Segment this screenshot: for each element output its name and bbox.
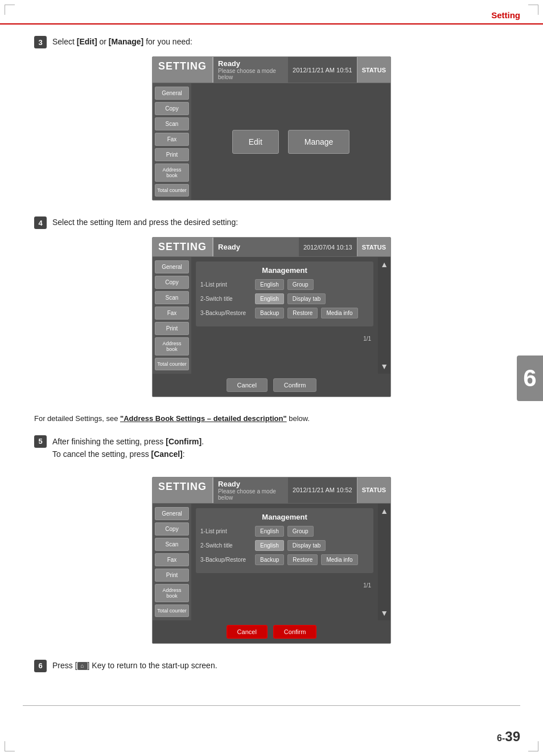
screen3-sidebar-totalcounter[interactable]: Total counter bbox=[155, 604, 189, 617]
screen3-bottom-btns: Cancel Confirm bbox=[153, 620, 390, 643]
screen1-setting-label: SETTING bbox=[153, 57, 213, 83]
mgmt3-row-1: 1-List print English Group bbox=[200, 526, 369, 537]
screen1-status-btn[interactable]: STATUS bbox=[357, 57, 390, 83]
sidebar-btn-addressbook[interactable]: Address book bbox=[155, 164, 189, 182]
sidebar-btn-fax[interactable]: Fax bbox=[155, 133, 189, 146]
screen3-scroll-up-icon[interactable]: ▲ bbox=[380, 507, 388, 515]
screen3-status-btn[interactable]: STATUS bbox=[357, 477, 390, 503]
device-screen-1: SETTING Ready Please choose a mode below… bbox=[152, 56, 391, 201]
mgmt-row2-displaytab-btn[interactable]: Display tab bbox=[287, 293, 326, 304]
screen2-cancel-btn[interactable]: Cancel bbox=[227, 378, 268, 392]
sidebar-btn-scan[interactable]: Scan bbox=[155, 117, 189, 130]
device-screen-3: SETTING Ready Please choose a mode below… bbox=[152, 477, 391, 644]
screen2-status-info: Ready bbox=[213, 238, 299, 256]
page-header: Setting bbox=[0, 0, 543, 24]
screen1-main: Edit Manage bbox=[191, 83, 390, 200]
step-5-text-block: After finishing the setting, press [Conf… bbox=[52, 435, 204, 461]
mgmt3-row-1-label: 1-List print bbox=[200, 528, 252, 534]
scroll-down-icon[interactable]: ▼ bbox=[380, 362, 388, 370]
main-content: 3 Select [Edit] or [Manage] for you need… bbox=[0, 24, 543, 705]
sidebar-btn-general[interactable]: General bbox=[155, 87, 189, 100]
mgmt-row1-group-btn[interactable]: Group bbox=[287, 279, 314, 290]
screen3-sidebar-print[interactable]: Print bbox=[155, 569, 189, 582]
screen3-sidebar-addressbook[interactable]: Address book bbox=[155, 584, 189, 602]
management-title-3: Management bbox=[200, 513, 369, 521]
screen3-setting-label: SETTING bbox=[153, 477, 213, 503]
step-6-text: Press [⌂] Key to return to the start-up … bbox=[52, 660, 217, 672]
mgmt-row-3: 3-Backup/Restore Backup Restore Media in… bbox=[200, 308, 369, 318]
manage-button[interactable]: Manage bbox=[288, 130, 350, 154]
screen2-confirm-btn[interactable]: Confirm bbox=[273, 378, 317, 392]
screen3-sidebar: General Copy Scan Fax Print Address book… bbox=[153, 504, 191, 620]
screen2-sidebar-totalcounter[interactable]: Total counter bbox=[155, 358, 189, 370]
screen2-status-btn[interactable]: STATUS bbox=[357, 238, 390, 256]
screen1-status-info: Ready Please choose a mode below bbox=[213, 57, 288, 83]
page-number: 39 bbox=[505, 729, 520, 744]
confirm-keyword: [Confirm] bbox=[166, 437, 201, 446]
step-3-text: Select [Edit] or [Manage] for you need: bbox=[52, 36, 192, 48]
screen3-sidebar-copy[interactable]: Copy bbox=[155, 522, 189, 536]
manage-keyword: [Manage] bbox=[109, 37, 143, 46]
corner-br bbox=[528, 741, 538, 751]
screen3-scroll-down-icon[interactable]: ▼ bbox=[380, 609, 388, 617]
home-icon: ⌂ bbox=[77, 662, 88, 670]
cancel-keyword: [Cancel] bbox=[151, 449, 183, 459]
corner-bl bbox=[5, 741, 15, 751]
screen1-header: SETTING Ready Please choose a mode below… bbox=[153, 57, 390, 83]
mgmt-row3-restore-btn[interactable]: Restore bbox=[287, 308, 318, 318]
mgmt-row2-english-btn[interactable]: English bbox=[255, 293, 284, 304]
step-5-label: 5 After finishing the setting, press [Co… bbox=[34, 435, 509, 469]
mgmt-row3-backup-btn[interactable]: Backup bbox=[255, 308, 284, 318]
screen1-sidebar: General Copy Scan Fax Print Address book… bbox=[153, 83, 191, 200]
screen2-main: Management 1-List print English Group 2-… bbox=[191, 257, 378, 374]
screen2-sidebar-scan[interactable]: Scan bbox=[155, 291, 189, 304]
screen2-sidebar-general[interactable]: General bbox=[155, 260, 189, 273]
screen3-ready: Ready bbox=[218, 480, 283, 488]
mgmt3-row3-restore-btn[interactable]: Restore bbox=[287, 554, 318, 565]
mgmt3-row1-english-btn[interactable]: English bbox=[255, 526, 284, 537]
scroll-up-icon[interactable]: ▲ bbox=[380, 260, 388, 268]
mgmt-row-2-label: 2-Switch title bbox=[200, 296, 252, 302]
screen2-setting-label: SETTING bbox=[153, 238, 213, 256]
mgmt3-row-2-label: 2-Switch title bbox=[200, 542, 252, 549]
step-3-label: 3 Select [Edit] or [Manage] for you need… bbox=[34, 36, 509, 48]
mgmt-row1-english-btn[interactable]: English bbox=[255, 279, 284, 290]
management-panel-3: Management 1-List print English Group 2-… bbox=[196, 508, 373, 573]
step-6-label: 6 Press [⌂] Key to return to the start-u… bbox=[34, 660, 509, 672]
mgmt3-row3-mediainfo-btn[interactable]: Media info bbox=[321, 554, 357, 565]
step-3-num: 3 bbox=[34, 36, 47, 48]
mgmt3-row1-group-btn[interactable]: Group bbox=[287, 526, 314, 537]
step-6-block: 6 Press [⌂] Key to return to the start-u… bbox=[34, 660, 509, 672]
screen2-sidebar-copy[interactable]: Copy bbox=[155, 276, 189, 289]
screen3-sidebar-fax[interactable]: Fax bbox=[155, 553, 189, 566]
step-4-label: 4 Select the setting Item and press the … bbox=[34, 216, 509, 229]
mgmt3-row-3: 3-Backup/Restore Backup Restore Media in… bbox=[200, 554, 369, 565]
sidebar-btn-copy[interactable]: Copy bbox=[155, 102, 189, 115]
edit-button[interactable]: Edit bbox=[232, 130, 279, 154]
screen2-sidebar-print[interactable]: Print bbox=[155, 322, 189, 335]
screen2-datetime: 2012/07/04 10:13 bbox=[299, 244, 357, 251]
screen3-cancel-btn[interactable]: Cancel bbox=[227, 625, 268, 639]
step-5-line2: To cancel the setting, press [Cancel]: bbox=[52, 448, 204, 460]
screen3-confirm-btn[interactable]: Confirm bbox=[273, 625, 317, 639]
device-screen-2: SETTING Ready 2012/07/04 10:13 STATUS Ge… bbox=[152, 237, 391, 397]
screen3-sidebar-scan[interactable]: Scan bbox=[155, 538, 189, 551]
screen3-datetime: 2012/11/21 AM 10:52 bbox=[288, 487, 357, 493]
footer-line bbox=[23, 705, 520, 706]
mgmt3-row2-displaytab-btn[interactable]: Display tab bbox=[287, 540, 326, 551]
sidebar-btn-print[interactable]: Print bbox=[155, 148, 189, 161]
management-title-2: Management bbox=[200, 266, 369, 275]
mgmt-row3-mediainfo-btn[interactable]: Media info bbox=[321, 308, 357, 318]
sidebar-btn-totalcounter[interactable]: Total counter bbox=[155, 184, 189, 197]
mgmt3-row3-backup-btn[interactable]: Backup bbox=[255, 554, 284, 565]
mgmt3-row2-english-btn[interactable]: English bbox=[255, 540, 284, 551]
step-5-block: 5 After finishing the setting, press [Co… bbox=[34, 435, 509, 644]
note-link: "Address Book Settings – detailed descri… bbox=[120, 414, 287, 423]
screen3-sidebar-general[interactable]: General bbox=[155, 507, 189, 520]
screen1-sub: Please choose a mode below bbox=[218, 68, 283, 80]
page-number-prefix: 6- bbox=[497, 733, 505, 743]
screen2-sidebar-fax[interactable]: Fax bbox=[155, 307, 189, 320]
edit-manage-row: Edit Manage bbox=[232, 130, 350, 154]
screen2-sidebar-addressbook[interactable]: Address book bbox=[155, 337, 189, 355]
mgmt-row-3-label: 3-Backup/Restore bbox=[200, 310, 252, 316]
